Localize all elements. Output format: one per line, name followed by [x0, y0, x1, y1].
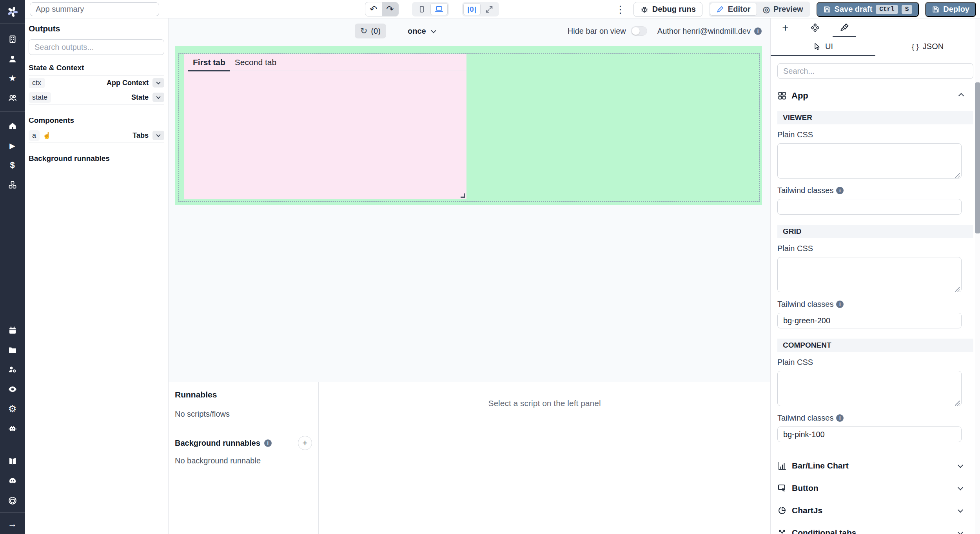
schedules-icon-sidebar[interactable]	[7, 325, 18, 336]
debug-runs-button[interactable]: Debug runs	[633, 2, 702, 17]
grid-tailwind-input[interactable]	[777, 313, 962, 328]
chevron-up-icon	[958, 93, 964, 98]
recompute-button[interactable]: ↻ (0)	[355, 24, 386, 38]
variables-icon-sidebar[interactable]: $	[7, 160, 18, 171]
chevron-down-icon	[156, 80, 160, 84]
section-button[interactable]: Button	[777, 479, 973, 497]
save-draft-button[interactable]: Save draft Ctrl S	[817, 2, 919, 17]
resize-corner-icon[interactable]	[955, 287, 960, 292]
chevron-down-icon	[958, 485, 963, 490]
redo-icon: ↷	[386, 4, 394, 15]
grid-plain-css-wrap	[777, 257, 962, 294]
section-bar-line-chart[interactable]: Bar/Line Chart	[777, 457, 973, 474]
favorites-icon-sidebar[interactable]: ★	[7, 73, 18, 84]
tailwind-label-text: Tailwind classes	[777, 414, 833, 423]
app-section-header[interactable]: App	[777, 91, 973, 101]
arrow-right-icon: →	[8, 519, 17, 529]
info-icon[interactable]: i	[754, 27, 762, 35]
deploy-button[interactable]: Deploy	[925, 2, 976, 17]
search-outputs-input[interactable]	[29, 39, 164, 55]
editor-tab[interactable]: Editor	[710, 3, 757, 16]
groups-admin-icon-sidebar[interactable]	[7, 364, 18, 375]
component-tailwind-input[interactable]	[777, 426, 962, 442]
user-icon-sidebar[interactable]	[7, 53, 18, 64]
resources-icon-sidebar[interactable]	[7, 179, 18, 190]
hide-bar-label: Hide bar on view	[568, 27, 626, 36]
viewer-plain-css-textarea[interactable]	[777, 143, 962, 179]
info-icon[interactable]: i	[264, 439, 272, 447]
desktop-view-button[interactable]	[430, 3, 448, 15]
collapse-sidebar-button[interactable]: →	[7, 518, 18, 529]
section-chartjs[interactable]: ChartJs	[777, 502, 973, 519]
app-grid-background[interactable]: First tab Second tab	[175, 46, 762, 205]
discord-icon-sidebar[interactable]	[7, 476, 18, 487]
windmill-logo[interactable]	[0, 0, 25, 24]
audit-icon-sidebar[interactable]	[7, 384, 18, 395]
outputs-title: Outputs	[29, 24, 164, 33]
ai-icon-sidebar[interactable]	[7, 423, 18, 434]
styling-tab[interactable]	[829, 18, 859, 37]
info-icon[interactable]: i	[836, 187, 844, 194]
center-align-button[interactable]: |0|	[463, 3, 481, 15]
tab-json[interactable]: { } JSON	[875, 37, 980, 56]
debug-runs-label: Debug runs	[652, 5, 696, 14]
align-center-icon: |0|	[467, 5, 477, 14]
undo-button[interactable]: ↶	[365, 2, 382, 16]
state-type-label: State	[131, 93, 149, 102]
component-settings-tab[interactable]	[800, 18, 829, 37]
braces-icon: { }	[912, 42, 919, 51]
folders-icon-sidebar[interactable]	[7, 344, 18, 355]
undo-icon: ↶	[370, 4, 377, 15]
component-a-expand-button[interactable]	[152, 131, 164, 140]
hide-bar-toggle[interactable]	[631, 26, 647, 36]
styling-search-input[interactable]	[777, 63, 973, 79]
docs-icon-sidebar[interactable]	[7, 456, 18, 467]
groups-icon-sidebar[interactable]	[7, 93, 18, 104]
info-icon[interactable]: i	[836, 414, 844, 422]
insert-component-tab[interactable]: +	[771, 18, 800, 37]
component-resize-handle[interactable]	[461, 193, 465, 198]
output-row-ctx[interactable]: ctx App Context	[29, 75, 164, 90]
device-toggle-group	[412, 2, 449, 16]
viewer-tailwind-input[interactable]	[777, 199, 962, 215]
sidebar-bottom-divider	[0, 512, 25, 513]
ctx-expand-button[interactable]	[152, 78, 164, 87]
component-plain-css-textarea[interactable]	[777, 371, 962, 406]
tabs-component[interactable]: First tab Second tab	[184, 54, 466, 199]
grid-tailwind-label: Tailwind classes i	[777, 300, 973, 309]
home-icon-sidebar[interactable]	[7, 120, 18, 131]
redo-button[interactable]: ↷	[382, 2, 398, 16]
output-row-state[interactable]: state State	[29, 90, 164, 105]
tab-first[interactable]: First tab	[188, 54, 230, 71]
kebab-menu-icon[interactable]: ⋮	[614, 4, 627, 15]
workspace-icon[interactable]	[7, 34, 18, 45]
resize-corner-icon[interactable]	[955, 173, 960, 178]
bug-icon	[640, 5, 649, 14]
panel-scrollbar[interactable]	[975, 18, 980, 534]
section-conditional-tabs[interactable]: Conditional tabs	[777, 524, 973, 534]
settings-icon-sidebar[interactable]: ⚙	[7, 403, 18, 414]
runs-icon-sidebar[interactable]: ▶	[7, 140, 18, 151]
state-expand-button[interactable]	[152, 93, 164, 102]
recompute-policy-dropdown[interactable]: once	[408, 24, 436, 38]
app-grid-icon	[777, 91, 787, 100]
scrollbar-thumb[interactable]	[975, 82, 980, 233]
tab-second[interactable]: Second tab	[230, 54, 281, 71]
github-icon-sidebar[interactable]	[7, 495, 18, 506]
app-summary-input[interactable]	[30, 2, 159, 16]
grid-group-header: GRID	[777, 225, 973, 238]
cursor-icon	[813, 42, 821, 51]
windmill-logo-icon	[6, 5, 19, 18]
add-background-runnable-button[interactable]: +	[298, 436, 312, 450]
output-row-component-a[interactable]: a ☝ Tabs	[29, 128, 164, 143]
fullwidth-button[interactable]	[481, 3, 498, 15]
preview-tab[interactable]: ◎ Preview	[757, 3, 809, 16]
grid-plain-css-textarea[interactable]	[777, 257, 962, 292]
resize-corner-icon[interactable]	[955, 401, 960, 406]
mobile-view-button[interactable]	[413, 3, 430, 15]
info-icon[interactable]: i	[836, 301, 844, 308]
app-section-title: App	[791, 91, 808, 101]
tab-ui[interactable]: UI	[771, 37, 875, 56]
ctx-key-badge: ctx	[29, 78, 45, 88]
layout-toggle-group: |0|	[462, 2, 499, 16]
